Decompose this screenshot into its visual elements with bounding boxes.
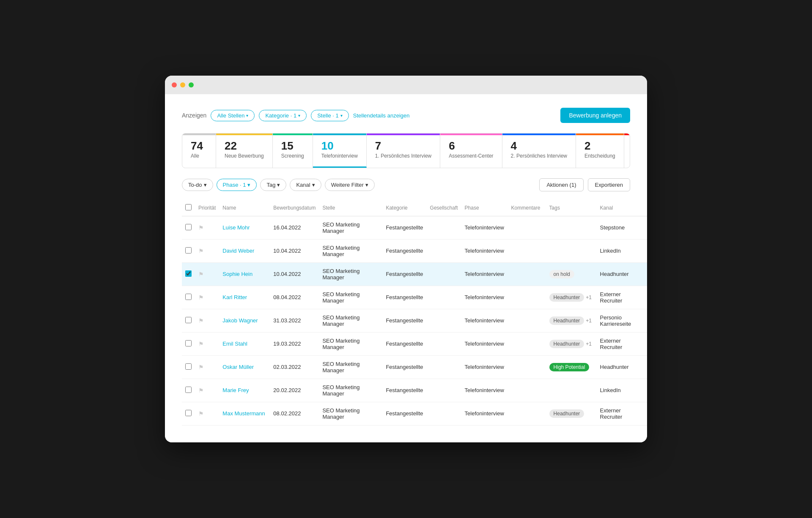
row-checkbox[interactable] [185,294,192,300]
stelle: SEO Marketing Manager [319,402,382,425]
application-date: 10.04.2022 [270,239,319,262]
traffic-light-green[interactable] [189,82,194,87]
filter-kategorie[interactable]: Kategorie · 1 ▾ [259,110,307,121]
candidate-name[interactable]: David Weber [219,239,270,262]
chevron-down-icon: ▾ [246,113,248,118]
application-date: 20.02.2022 [270,379,319,402]
exportieren-button[interactable]: Exportieren [588,178,630,191]
stats-row: 74Alle22Neue Bewerbung15Screening10Telef… [182,133,630,168]
candidate-name[interactable]: Jakob Wagner [219,309,270,332]
stat-item-abgelehnt[interactable]: 2Abgelehnt [624,134,630,168]
flag-icon[interactable]: ⚑ [198,224,204,231]
flag-icon[interactable]: ⚑ [198,387,204,394]
flag-icon[interactable]: ⚑ [198,364,204,371]
kanal: LinkedIn [597,239,647,262]
priority-cell: ⚑ [195,239,219,262]
tag-badge-highpotential: High Potential [549,363,590,371]
phase: Telefoninterview [461,216,508,239]
stat-number-entscheidung: 2 [584,140,615,151]
filter-alle-stellen[interactable]: Alle Stellen ▾ [211,110,255,121]
col-header-kategorie: Kategorie [382,200,426,216]
priority-cell: ⚑ [195,332,219,355]
col-header-name: Name [219,200,270,216]
kategorie: Festangestellte [382,402,426,425]
row-checkbox[interactable] [185,270,192,277]
kanal: Stepstone [597,216,647,239]
stat-item-alle[interactable]: 74Alle [182,134,216,168]
candidate-name[interactable]: Max Mustermann [219,402,270,425]
row-checkbox[interactable] [185,317,192,323]
col-header-kommentare: Kommentare [508,200,546,216]
application-date: 02.03.2022 [270,355,319,379]
phase: Telefoninterview [461,309,508,332]
row-checkbox-cell [182,355,195,379]
priority-cell: ⚑ [195,286,219,309]
stat-item-screening[interactable]: 15Screening [273,134,313,168]
candidate-name[interactable]: Luise Mohr [219,216,270,239]
stat-bar-neue [216,134,272,135]
chevron-down-icon: ▾ [365,182,368,188]
flag-icon[interactable]: ⚑ [198,317,204,324]
table-row: ⚑Marie Frey20.02.2022SEO Marketing Manag… [182,379,647,402]
bewerbung-anlegen-button[interactable]: Bewerbung anlegen [560,108,630,123]
stat-item-entscheidung[interactable]: 2Entscheidung [576,134,624,168]
priority-cell: ⚑ [195,402,219,425]
row-checkbox[interactable] [185,410,192,416]
filter-weitere[interactable]: Weitere Filter ▾ [325,179,375,191]
traffic-light-yellow[interactable] [180,82,185,87]
row-checkbox-cell [182,309,195,332]
kanal: Externer Recruiter [597,286,647,309]
aktionen-button[interactable]: Aktionen (1) [539,178,583,191]
kanal: LinkedIn [597,379,647,402]
stelle: SEO Marketing Manager [319,262,382,286]
select-all-checkbox[interactable] [185,204,192,210]
stat-item-telefoninterview[interactable]: 10Telefoninterview [313,134,367,168]
stat-item-assessment[interactable]: 6Assessment-Center [440,134,502,168]
top-bar-left: Anzeigen Alle Stellen ▾ Kategorie · 1 ▾ … [182,110,409,121]
row-checkbox[interactable] [185,247,192,254]
filter-todo[interactable]: To-do ▾ [182,179,213,191]
candidate-name[interactable]: Sophie Hein [219,262,270,286]
row-checkbox[interactable] [185,387,192,393]
stellendetails-link[interactable]: Stellendetails anzeigen [353,112,410,119]
filter-kanal[interactable]: Kanal ▾ [290,179,321,191]
row-checkbox[interactable] [185,340,192,346]
stat-item-neue[interactable]: 22Neue Bewerbung [216,134,273,168]
table-header: PrioritätNameBewerbungsdatumStelleKatego… [182,200,647,216]
flag-icon[interactable]: ⚑ [198,248,204,254]
flag-icon[interactable]: ⚑ [198,294,204,301]
row-checkbox[interactable] [185,363,192,370]
row-checkbox-cell [182,332,195,355]
stat-number-persoenlich2: 4 [511,140,567,151]
flag-icon[interactable]: ⚑ [198,341,204,347]
kategorie: Festangestellte [382,239,426,262]
tags-extra: +1 [586,318,592,324]
filter-phase[interactable]: Phase · 1 ▾ [217,179,257,191]
stat-label-screening: Screening [281,153,304,160]
priority-cell: ⚑ [195,262,219,286]
stat-bar-telefoninterview [313,134,366,135]
application-date: 08.02.2022 [270,402,319,425]
tags-cell: Headhunter [546,402,597,425]
flag-icon[interactable]: ⚑ [198,271,204,278]
kommentare [508,239,546,262]
traffic-light-red[interactable] [172,82,177,87]
stat-item-persoenlich1[interactable]: 71. Persönliches Interview [367,134,440,168]
tag-badge-headhunter: Headhunter [549,316,584,325]
tags-cell: Headhunter+1 [546,309,597,332]
candidate-name[interactable]: Oskar Müller [219,355,270,379]
candidate-name[interactable]: Karl Ritter [219,286,270,309]
tag-badge-headhunter: Headhunter [549,340,584,348]
candidate-name[interactable]: Emil Stahl [219,332,270,355]
stat-item-persoenlich2[interactable]: 42. Persönliches Interview [502,134,576,168]
filter-stelle[interactable]: Stelle · 1 ▾ [311,110,349,121]
table-row: ⚑David Weber10.04.2022SEO Marketing Mana… [182,239,647,262]
candidate-name[interactable]: Marie Frey [219,379,270,402]
col-header-prioritt: Priorität [195,200,219,216]
row-checkbox-cell [182,262,195,286]
row-checkbox[interactable] [185,224,192,230]
flag-icon[interactable]: ⚑ [198,410,204,417]
kommentare [508,309,546,332]
phase: Telefoninterview [461,262,508,286]
filter-tag[interactable]: Tag ▾ [260,179,286,191]
